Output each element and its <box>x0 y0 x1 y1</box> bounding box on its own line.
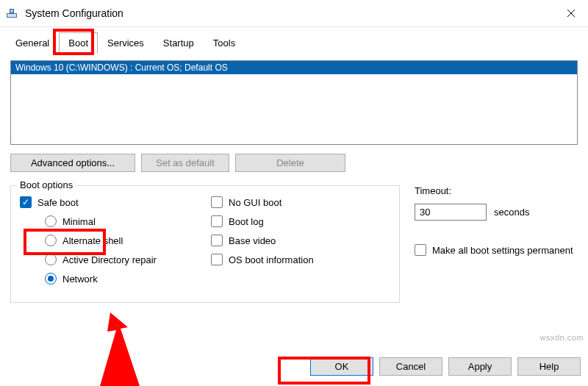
network-radio[interactable] <box>45 273 57 285</box>
os-list-item[interactable]: Windows 10 (C:\WINDOWS) : Current OS; De… <box>11 61 577 74</box>
ad-repair-label: Active Directory repair <box>62 254 157 265</box>
svg-rect-3 <box>10 10 13 12</box>
boot-log-label: Boot log <box>229 216 264 227</box>
tab-services[interactable]: Services <box>98 32 154 54</box>
app-icon <box>6 7 18 19</box>
timeout-panel: Timeout: seconds Make all boot settings … <box>415 185 578 303</box>
lower-row: Boot options ✓ Safe boot Minimal <box>10 185 578 303</box>
timeout-label: Timeout: <box>415 185 578 196</box>
apply-button[interactable]: Apply <box>448 357 512 376</box>
boot-options-group: Boot options ✓ Safe boot Minimal <box>10 185 400 303</box>
tab-body: Windows 10 (C:\WINDOWS) : Current OS; De… <box>0 53 588 307</box>
tab-strip: General Boot Services Startup Tools <box>0 27 588 53</box>
boot-options-legend: Boot options <box>17 179 76 190</box>
safe-boot-checkbox[interactable]: ✓ <box>20 196 32 208</box>
dialog-footer: OK Cancel Apply Help <box>310 357 581 376</box>
boot-log-option[interactable]: Boot log <box>211 215 390 227</box>
no-gui-checkbox[interactable] <box>211 196 223 208</box>
base-video-option[interactable]: Base video <box>211 235 390 246</box>
no-gui-label: No GUI boot <box>229 197 282 208</box>
delete-button[interactable]: Delete <box>235 154 345 172</box>
close-button[interactable] <box>554 0 588 26</box>
os-listbox[interactable]: Windows 10 (C:\WINDOWS) : Current OS; De… <box>10 60 578 145</box>
svg-marker-6 <box>100 312 140 386</box>
permanent-label: Make all boot settings permanent <box>432 245 573 256</box>
svg-rect-1 <box>7 14 16 17</box>
os-boot-info-checkbox[interactable] <box>211 254 223 265</box>
network-option[interactable]: Network <box>45 273 196 285</box>
timeout-input[interactable] <box>415 204 487 221</box>
alternate-shell-label: Alternate shell <box>62 235 123 246</box>
minimal-radio[interactable] <box>45 215 57 227</box>
set-default-button[interactable]: Set as default <box>141 154 229 172</box>
timeout-unit: seconds <box>494 207 529 218</box>
os-boot-info-option[interactable]: OS boot information <box>211 254 390 265</box>
watermark-text: wsxdn.com <box>539 333 584 342</box>
window-title: System Configuration <box>25 7 123 19</box>
base-video-checkbox[interactable] <box>211 235 223 246</box>
safe-boot-label: Safe boot <box>37 197 79 208</box>
advanced-options-button[interactable]: Advanced options... <box>10 154 135 172</box>
alternate-shell-option[interactable]: Alternate shell <box>45 235 196 246</box>
titlebar: System Configuration <box>0 0 588 27</box>
ad-repair-option[interactable]: Active Directory repair <box>45 254 196 265</box>
boot-log-checkbox[interactable] <box>211 215 223 227</box>
base-video-label: Base video <box>229 235 276 246</box>
help-button[interactable]: Help <box>517 357 581 376</box>
no-gui-option[interactable]: No GUI boot <box>211 196 390 208</box>
close-icon <box>567 9 576 18</box>
tab-tools[interactable]: Tools <box>204 32 245 54</box>
ad-repair-radio[interactable] <box>45 254 57 265</box>
tab-startup[interactable]: Startup <box>154 32 204 54</box>
os-boot-info-label: OS boot information <box>229 254 314 265</box>
permanent-checkbox[interactable] <box>415 244 426 256</box>
system-configuration-window: System Configuration General Boot Servic… <box>0 0 588 386</box>
ok-button[interactable]: OK <box>310 357 373 376</box>
permanent-option[interactable]: Make all boot settings permanent <box>415 244 578 256</box>
alternate-shell-radio[interactable] <box>45 235 57 246</box>
network-label: Network <box>62 274 98 285</box>
tab-boot[interactable]: Boot <box>59 32 98 54</box>
minimal-label: Minimal <box>62 216 96 227</box>
safe-boot-option[interactable]: ✓ Safe boot <box>20 196 196 208</box>
cancel-button[interactable]: Cancel <box>379 357 442 376</box>
os-action-row: Advanced options... Set as default Delet… <box>10 154 578 172</box>
minimal-option[interactable]: Minimal <box>45 215 196 227</box>
annotation-arrow-icon <box>96 312 154 386</box>
tab-general[interactable]: General <box>6 32 59 54</box>
